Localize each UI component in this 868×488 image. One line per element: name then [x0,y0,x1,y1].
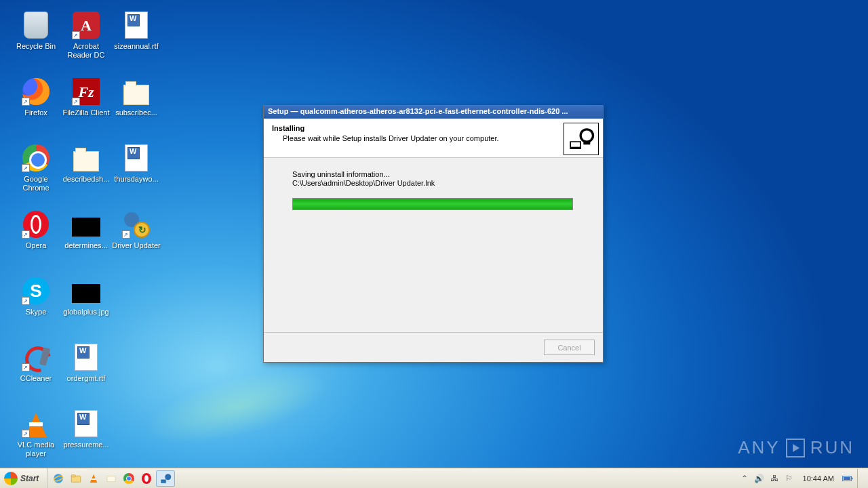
quicklaunch [47,470,175,487]
desktop-icon-recycle-bin[interactable]: Recycle Bin [11,11,61,51]
svg-rect-16 [852,477,852,479]
shortcut-overlay-icon [122,230,130,239]
icon-label: Skype [11,308,61,317]
chrome-taskbar-icon[interactable] [121,470,137,487]
clock[interactable]: 10:44 AM [799,474,838,483]
desktop-icon-ordergmt-rtf[interactable]: ordergmt.rtf [61,343,111,383]
network-icon[interactable]: 🖧 [769,473,780,484]
vlc-taskbar-icon[interactable] [85,470,102,487]
desktop-icon-ccleaner[interactable]: CCleaner [11,343,61,383]
icon-label: subscribec... [111,108,161,117]
cancel-button[interactable]: Cancel [544,340,595,355]
icon-label: describedsh... [61,175,111,184]
dialog-titlebar[interactable]: Setup — qualcomm-atheros-atheros-ar8132-… [264,106,603,119]
icon-label: sizeannual.rtf [111,42,161,51]
blackimg-icon [72,277,100,305]
desktop-icon-driver-updater[interactable]: ↻Driver Updater [111,210,161,250]
status-line-1: Saving uninstall information... [292,170,574,178]
shortcut-overlay-icon [22,430,30,438]
dialog-heading: Installing [272,124,595,132]
windows-orb-icon [4,472,18,485]
icon-label: Google Chrome [11,175,61,192]
flag-icon[interactable]: ⚐ [784,473,795,484]
bin-icon [22,11,50,39]
svg-rect-15 [844,477,850,480]
svg-rect-8 [72,474,76,476]
setup-dialog: Setup — qualcomm-atheros-atheros-ar8132-… [263,105,604,363]
shortcut-overlay-icon [22,98,30,106]
svg-rect-10 [92,479,96,480]
svg-point-13 [165,474,172,480]
icon-label: FileZilla Client [61,108,111,117]
desktop-icon-thursdaywo-[interactable]: thursdaywo... [111,144,161,184]
icon-label: Recycle Bin [11,42,61,51]
dialog-body: Saving uninstall information... C:\Users… [264,158,603,222]
shortcut-overlay-icon [22,230,30,239]
icon-label: determines... [61,241,111,250]
icon-label: CCleaner [11,374,61,383]
svg-rect-1 [571,142,580,147]
doc-icon [72,343,100,371]
opera-icon [22,210,50,239]
icon-label: globalplus.jpg [61,308,111,317]
start-button[interactable]: Start [0,468,47,489]
tray-chevron-icon[interactable]: ⌃ [739,473,750,484]
desktop-icon-filezilla-client[interactable]: FzFileZilla Client [61,77,111,117]
dialog-subheading: Please wait while Setup installs Driver … [272,134,595,142]
desktop-icon-firefox[interactable]: Firefox [11,77,61,117]
shortcut-overlay-icon [22,164,30,172]
desktop-icon-sizeannual-rtf[interactable]: sizeannual.rtf [111,11,161,51]
desktop-icon-acrobat-reader-dc[interactable]: AAcrobat Reader DC [61,11,111,60]
icon-label: VLC media player [11,441,61,458]
opera-taskbar-icon[interactable] [138,470,155,487]
icon-label: ordergmt.rtf [61,374,111,383]
adobe-icon: A [72,11,100,39]
chrome-icon [22,144,50,172]
desktop-icon-pressureme-[interactable]: pressureme... [61,409,111,449]
volume-icon[interactable]: 🔊 [754,473,765,484]
setup-taskbar-button[interactable] [156,470,175,487]
installer-icon [564,123,599,155]
desktop-icon-subscribec-[interactable]: subscribec... [111,77,161,117]
icon-label: pressureme... [61,441,111,449]
svg-rect-11 [107,476,115,481]
dialog-footer: Cancel [264,332,603,362]
desktop-icon-google-chrome[interactable]: Google Chrome [11,144,61,192]
folder-taskbar-icon[interactable] [103,470,119,487]
folder-blank-icon [122,77,151,106]
progress-bar [292,198,573,210]
icon-label: Driver Updater [111,241,161,250]
desktop-icon-determines-[interactable]: determines... [61,210,111,250]
taskbar: Start ⌃ 🔊 🖧 ⚐ 10:44 AM [0,468,868,488]
desktop-icon-skype[interactable]: SSkype [11,277,61,317]
explorer-icon[interactable] [68,470,84,487]
desktop-icon-vlc-media-player[interactable]: VLC media player [11,409,61,458]
folder-blank-icon [72,144,100,172]
doc-icon [122,144,151,172]
desktop-icon-opera[interactable]: Opera [11,210,61,250]
svg-rect-4 [583,142,590,144]
ccleaner-icon [22,343,50,371]
blackimg-icon [72,210,100,239]
firefox-icon [22,77,50,106]
desktop-icon-describedsh-[interactable]: describedsh... [61,144,111,184]
svg-rect-12 [161,479,167,483]
desktop-icon-globalplus-jpg[interactable]: globalplus.jpg [61,277,111,317]
icon-label: Opera [11,241,61,250]
show-desktop-button[interactable] [857,469,865,488]
vlc-icon [22,409,50,438]
filezilla-icon: Fz [72,77,100,106]
status-line-2: C:\Users\admin\Desktop\Driver Updater.ln… [292,179,574,187]
dialog-header: Installing Please wait while Setup insta… [264,119,603,158]
icon-label: thursdaywo... [111,175,161,184]
battery-icon[interactable] [842,473,853,484]
ie-icon[interactable] [50,470,66,487]
shortcut-overlay-icon [72,98,80,106]
skype-icon: S [22,277,50,305]
shortcut-overlay-icon [22,363,30,371]
icon-label: Acrobat Reader DC [61,42,111,60]
system-tray: ⌃ 🔊 🖧 ⚐ 10:44 AM [739,469,868,488]
start-label: Start [20,474,39,483]
doc-icon [72,409,100,438]
driverupd-icon: ↻ [122,210,151,239]
